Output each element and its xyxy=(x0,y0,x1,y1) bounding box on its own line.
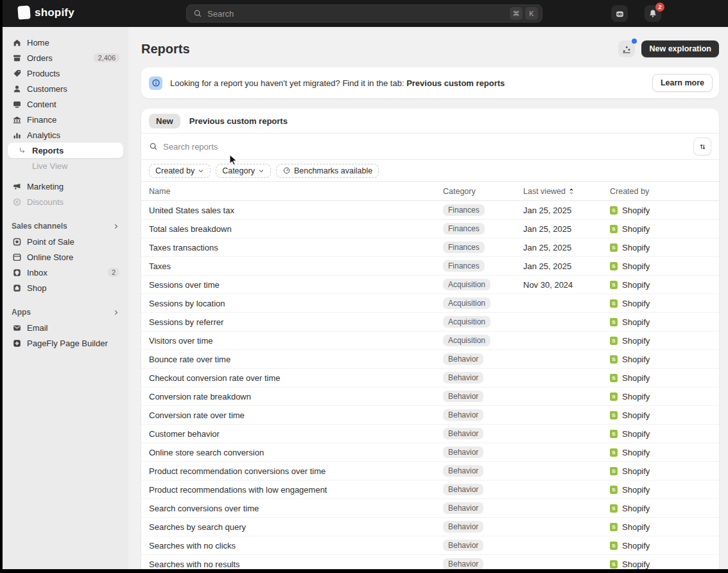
report-name[interactable]: Product recommendations with low engagem… xyxy=(149,485,443,495)
table-row[interactable]: Conversion rate over time Behavior Shopi… xyxy=(141,406,719,425)
category-badge: Behavior xyxy=(443,540,483,551)
sidebar-item-discounts[interactable]: Discounts xyxy=(8,194,123,209)
created-by-label: Shopify xyxy=(622,261,650,271)
reports-search-bar[interactable] xyxy=(141,134,719,159)
column-header-created-by[interactable]: Created by xyxy=(610,187,711,196)
sidebar-item-email[interactable]: Email xyxy=(8,320,123,335)
report-name[interactable]: Searches with no results xyxy=(149,560,443,569)
explorations-button[interactable] xyxy=(618,40,635,57)
table-row[interactable]: Searches with no results Behavior Shopif… xyxy=(141,555,719,569)
sidebar-item-online-store[interactable]: Online Store xyxy=(8,249,123,265)
sales-channels-section[interactable]: Sales channels xyxy=(8,218,123,234)
global-search-input[interactable] xyxy=(207,9,507,19)
apps-section[interactable]: Apps xyxy=(8,304,123,320)
table-row[interactable]: Total sales breakdown Finances Jan 25, 2… xyxy=(141,220,719,238)
sidebar-item-analytics[interactable]: Analytics xyxy=(8,127,123,143)
table-row[interactable]: Checkout conversion rate over time Behav… xyxy=(141,369,719,387)
report-name[interactable]: Searches with no clicks xyxy=(149,541,443,551)
sidekick-assistant-button[interactable] xyxy=(611,5,628,22)
filter-category[interactable]: Category xyxy=(216,164,271,178)
sidebar-item-marketing[interactable]: Marketing xyxy=(8,179,123,194)
filters-row: Created by Category Benchmarks available xyxy=(141,160,719,181)
table-row[interactable]: Product recommendation conversions over … xyxy=(141,462,719,480)
column-header-category[interactable]: Category xyxy=(443,187,523,196)
sort-button[interactable] xyxy=(693,137,711,155)
category-badge: Acquisition xyxy=(443,279,490,290)
table-row[interactable]: Visitors over time Acquisition Shopify xyxy=(141,331,719,350)
filter-created-by[interactable]: Created by xyxy=(149,164,211,178)
command-key-badge: ⌘ xyxy=(510,7,523,20)
table-row[interactable]: Product recommendations with low engagem… xyxy=(141,480,719,499)
sidebar-item-orders[interactable]: Orders 2,406 xyxy=(8,50,123,66)
report-name[interactable]: Sessions by referrer xyxy=(149,317,443,327)
bar-chart-icon xyxy=(12,130,22,140)
report-name[interactable]: Taxes xyxy=(149,261,443,271)
report-name[interactable]: Bounce rate over time xyxy=(149,355,443,364)
report-name[interactable]: Sessions by location xyxy=(149,299,443,308)
sidebar-item-reports[interactable]: Reports xyxy=(8,143,123,158)
report-name[interactable]: Product recommendation conversions over … xyxy=(149,466,443,476)
table-row[interactable]: Searches with no clicks Behavior Shopify xyxy=(141,536,719,555)
shopify-creator-icon xyxy=(610,523,618,531)
sidebar-item-pagefly[interactable]: PageFly Page Builder xyxy=(8,335,123,351)
chevron-right-icon xyxy=(112,223,119,230)
table-row[interactable]: Sessions by referrer Acquisition Shopify xyxy=(141,313,719,331)
table-row[interactable]: Online store search conversion Behavior … xyxy=(141,443,719,462)
report-name[interactable]: Search conversions over time xyxy=(149,504,443,513)
table-row[interactable]: Searches by search query Behavior Shopif… xyxy=(141,518,719,536)
sidebar-item-content[interactable]: Content xyxy=(8,96,123,112)
report-name[interactable]: Conversion rate breakdown xyxy=(149,392,443,401)
table-row[interactable]: Taxes Finances Jan 25, 2025 Shopify xyxy=(141,257,719,276)
filter-benchmarks[interactable]: Benchmarks available xyxy=(276,164,379,178)
shopify-logo[interactable]: shopify xyxy=(18,6,74,19)
created-by-label: Shopify xyxy=(622,243,650,252)
table-row[interactable]: Customer behavior Behavior Shopify xyxy=(141,425,719,443)
sidebar-item-inbox[interactable]: Inbox 2 xyxy=(8,265,123,280)
sidebar-item-live-view[interactable]: Live View xyxy=(8,158,123,173)
shopify-creator-icon xyxy=(610,206,618,215)
table-row[interactable]: United States sales tax Finances Jan 25,… xyxy=(141,201,719,220)
shopify-creator-icon xyxy=(610,337,618,345)
global-search-bar[interactable]: ⌘ K xyxy=(186,4,542,22)
report-name[interactable]: Searches by search query xyxy=(149,522,443,532)
tab-previous-custom-reports[interactable]: Previous custom reports xyxy=(189,116,288,126)
exploration-scatter-icon xyxy=(621,44,632,54)
table-row[interactable]: Bounce rate over time Behavior Shopify xyxy=(141,350,719,369)
report-name[interactable]: Sessions over time xyxy=(149,280,443,290)
last-viewed-date: Jan 25, 2025 xyxy=(523,261,610,271)
category-badge: Behavior xyxy=(443,521,483,533)
report-name[interactable]: Conversion rate over time xyxy=(149,410,443,420)
report-name[interactable]: Customer behavior xyxy=(149,429,443,439)
sidebar-item-point-of-sale[interactable]: Point of Sale xyxy=(8,234,123,249)
reports-search-input[interactable] xyxy=(163,142,688,152)
report-name[interactable]: Visitors over time xyxy=(149,336,443,346)
created-by-label: Shopify xyxy=(622,336,650,346)
sidebar-item-products[interactable]: Products xyxy=(8,66,123,81)
table-row[interactable]: Taxes transactions Finances Jan 25, 2025… xyxy=(141,238,719,257)
report-name[interactable]: Checkout conversion rate over time xyxy=(149,373,443,383)
sidebar-item-home[interactable]: Home xyxy=(8,35,123,50)
sidebar-item-shop[interactable]: Shop xyxy=(8,280,123,295)
new-exploration-button[interactable]: New exploration xyxy=(641,40,719,57)
created-by-label: Shopify xyxy=(622,522,650,532)
report-name[interactable]: Total sales breakdown xyxy=(149,224,443,234)
sidebar-item-finance[interactable]: Finance xyxy=(8,112,123,127)
report-name[interactable]: United States sales tax xyxy=(149,206,443,215)
table-row[interactable]: Conversion rate breakdown Behavior Shopi… xyxy=(141,387,719,406)
notifications-button[interactable]: 2 xyxy=(645,5,661,22)
report-name[interactable]: Online store search conversion xyxy=(149,448,443,457)
shopify-creator-icon xyxy=(610,411,618,419)
table-row[interactable]: Search conversions over time Behavior Sh… xyxy=(141,499,719,518)
orders-icon xyxy=(12,53,22,63)
sidebar-item-customers[interactable]: Customers xyxy=(8,81,123,96)
column-header-last-viewed[interactable]: Last viewed xyxy=(523,187,610,196)
shopify-creator-icon xyxy=(610,281,618,289)
report-name[interactable]: Taxes transactions xyxy=(149,243,443,252)
last-viewed-date: Jan 25, 2025 xyxy=(523,206,610,215)
tab-new[interactable]: New xyxy=(149,114,180,128)
table-row[interactable]: Sessions over time Acquisition Nov 30, 2… xyxy=(141,276,719,294)
column-header-name[interactable]: Name xyxy=(149,187,443,196)
learn-more-button[interactable]: Learn more xyxy=(652,74,713,92)
table-row[interactable]: Sessions by location Acquisition Shopify xyxy=(141,294,719,313)
created-by-label: Shopify xyxy=(622,410,650,420)
